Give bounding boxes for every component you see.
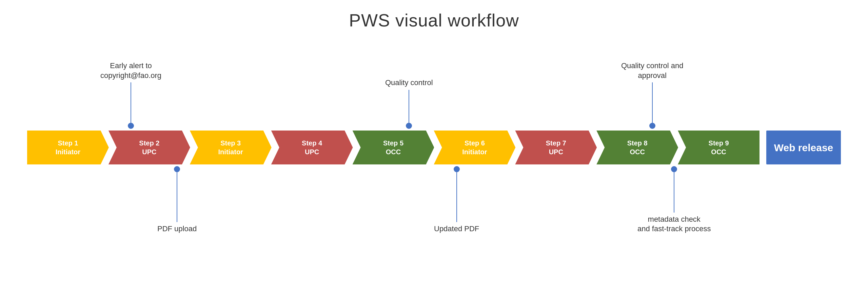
annotation-quality-control: Quality control: [385, 78, 433, 129]
annotation-dot-2: [406, 123, 412, 129]
annotation-metadata-text: metadata check and fast-track process: [637, 215, 711, 234]
step-7-arrow: Step 7 UPC: [515, 131, 597, 164]
annotation-early-alert-text: Early alert to copyright@fao.org: [100, 61, 161, 80]
step-6-num: Step 6: [465, 139, 485, 147]
annotations-above: Early alert to copyright@fao.org Quality…: [27, 61, 841, 129]
annotation-line-below-1: [177, 172, 177, 222]
annotation-dot-1: [128, 123, 134, 129]
annotation-line-below-2: [456, 172, 457, 222]
step-8-num: Step 8: [627, 139, 648, 147]
annotation-updated-pdf: Updated PDF: [434, 166, 479, 234]
workflow-container: Early alert to copyright@fao.org Quality…: [0, 61, 868, 234]
step-1-role: Initiator: [56, 147, 80, 156]
step-4-arrow: Step 4 UPC: [271, 131, 353, 164]
web-release-label: Web release: [774, 141, 833, 154]
step-2-num: Step 2: [139, 139, 159, 147]
step-2-role: UPC: [142, 147, 156, 156]
annotation-early-alert: Early alert to copyright@fao.org: [100, 61, 161, 129]
annotation-line-1: [131, 82, 131, 123]
step-4-num: Step 4: [302, 139, 322, 147]
web-release-box: Web release: [766, 131, 841, 164]
annotation-dot-below-3: [671, 166, 677, 172]
step-5-arrow: Step 5 OCC: [353, 131, 434, 164]
step-1-arrow: Step 1 Initiator: [27, 131, 109, 164]
annotation-updated-pdf-text: Updated PDF: [434, 224, 479, 234]
annotation-dot-below-2: [454, 166, 460, 172]
step-4-role: UPC: [305, 147, 319, 156]
annotation-line-3: [652, 82, 653, 123]
step-7-num: Step 7: [546, 139, 566, 147]
annotation-pdf-text: PDF upload: [157, 224, 197, 234]
annotation-qa-text: Quality control and approval: [621, 61, 683, 80]
step-3-num: Step 3: [220, 139, 241, 147]
step-8-arrow: Step 8 OCC: [596, 131, 678, 164]
steps-row: Step 1 Initiator Step 2 UPC Step 3 Initi…: [27, 129, 841, 166]
annotation-quality-approval: Quality control and approval: [621, 61, 683, 129]
step-9-arrow: Step 9 OCC: [678, 131, 760, 164]
annotation-line-2: [409, 90, 409, 123]
page-title: PWS visual workflow: [0, 0, 868, 31]
annotation-dot-3: [649, 123, 655, 129]
step-3-arrow: Step 3 Initiator: [190, 131, 272, 164]
step-3-role: Initiator: [218, 147, 243, 156]
step-2-arrow: Step 2 UPC: [108, 131, 190, 164]
annotation-line-below-3: [674, 172, 674, 213]
step-9-num: Step 9: [709, 139, 729, 147]
step-6-arrow: Step 6 Initiator: [434, 131, 515, 164]
annotation-pdf-upload: PDF upload: [157, 166, 197, 234]
step-5-role: OCC: [386, 147, 401, 156]
annotation-metadata: metadata check and fast-track process: [637, 166, 711, 234]
step-9-role: OCC: [711, 147, 726, 156]
annotations-below: PDF upload Updated PDF metadata check an…: [27, 166, 841, 234]
annotation-dot-below-1: [174, 166, 180, 172]
step-8-role: OCC: [630, 147, 645, 156]
step-6-role: Initiator: [462, 147, 487, 156]
step-1-num: Step 1: [58, 139, 78, 147]
annotation-qc-text: Quality control: [385, 78, 433, 88]
step-5-num: Step 5: [383, 139, 403, 147]
step-7-role: UPC: [549, 147, 563, 156]
